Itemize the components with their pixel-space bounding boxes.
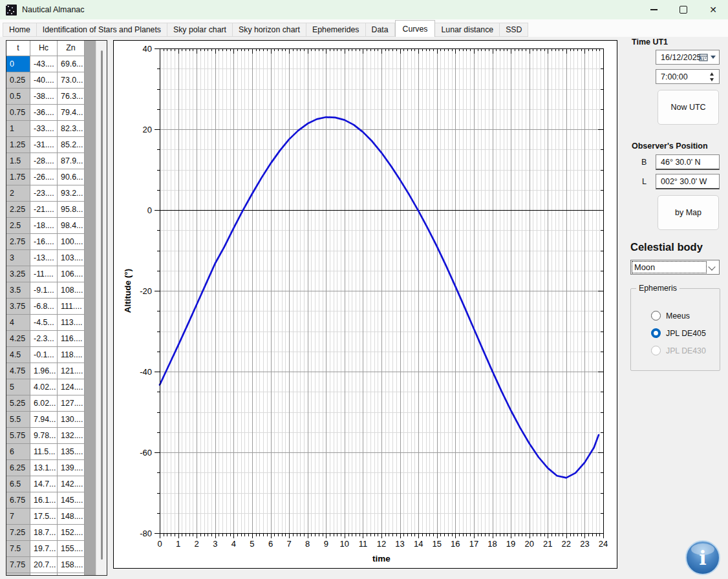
table-cell[interactable]: 5.25 [6,395,30,412]
table-cell[interactable]: 6.5 [6,476,30,492]
table-cell[interactable]: 2.75 [6,234,30,250]
table-cell[interactable] [6,573,30,576]
table-cell[interactable]: -36.... [30,105,58,121]
table-cell[interactable]: 4.75 [6,363,30,379]
table-cell[interactable]: 7 [6,509,30,525]
table-cell[interactable]: -28.... [30,153,58,169]
table-cell[interactable]: 69.6... [58,56,85,72]
table-cell[interactable]: 1 [6,121,30,137]
table-cell[interactable]: 2.25 [6,202,30,218]
table-cell[interactable]: 82.3... [58,121,85,137]
table-cell[interactable]: 130.... [58,412,85,428]
table-cell[interactable]: 142.... [58,476,85,492]
tab-sky-polar-chart[interactable]: Sky polar chart [167,23,233,37]
table-cell[interactable]: 1.96... [30,363,58,379]
table-cell[interactable]: 6.25 [6,460,30,476]
tab-sky-horizon-chart[interactable]: Sky horizon chart [233,23,306,37]
tab-home[interactable]: Home [3,23,37,37]
latitude-field[interactable]: 46° 30.0' N [656,154,720,170]
table-cell[interactable]: 111.... [58,299,85,315]
tab-ssd[interactable]: SSD [500,23,528,37]
table-cell[interactable]: 7.94... [30,412,58,428]
table-cell[interactable]: -2.3... [30,331,58,347]
table-cell[interactable]: 127.... [58,395,85,412]
table-cell[interactable]: 4.5 [6,347,30,363]
date-picker-controls[interactable] [699,53,716,61]
table-cell[interactable]: -0.1... [30,347,58,363]
table-cell[interactable]: 7.25 [6,525,30,541]
radio-option-jpl-de405[interactable]: JPL DE405 [651,328,706,338]
table-cell[interactable]: 116.... [58,331,85,347]
time-spinner[interactable]: 7:00:00 [656,69,720,84]
table-cell[interactable]: 3 [6,250,30,266]
radio-icon[interactable] [651,311,661,321]
table-cell[interactable]: -11.... [30,266,58,282]
table-cell[interactable]: 2.5 [6,218,30,234]
radio-icon[interactable] [651,328,661,338]
date-picker[interactable]: 16/12/2025 [656,50,720,65]
table-cell[interactable]: 11.5... [30,444,58,460]
table-cell[interactable]: -43.... [30,56,58,72]
table-cell[interactable]: 0 [6,56,30,72]
tab-curves[interactable]: Curves [395,20,436,37]
table-cell[interactable]: 73.0... [58,72,85,89]
spin-up-icon[interactable] [710,72,714,76]
table-cell[interactable]: 0.75 [6,105,30,121]
table-cell[interactable]: 6 [6,444,30,460]
table-cell[interactable]: 103.... [58,250,85,266]
table-cell[interactable]: 16.1... [30,492,58,509]
table-cell[interactable]: 9.78... [30,428,58,444]
info-button[interactable]: i [685,540,720,575]
table-cell[interactable]: 20.7... [30,557,58,573]
table-cell[interactable]: 5 [6,379,30,395]
table-cell[interactable]: 7.5 [6,541,30,557]
tab-identification-of-stars-and-planets[interactable]: Identification of Stars and Planets [37,23,167,37]
tab-ephemerides[interactable]: Ephemerides [306,23,365,37]
radio-option-meeus[interactable]: Meeus [651,311,690,321]
table-cell[interactable]: 6.75 [6,492,30,509]
table-cell[interactable]: 79.4... [58,105,85,121]
table-cell[interactable]: -13.... [30,250,58,266]
table-cell[interactable]: 4 [6,315,30,331]
table-scrollbar[interactable] [96,41,107,575]
table-cell[interactable]: 5.5 [6,412,30,428]
table-cell[interactable]: -26.... [30,169,58,185]
column-header-t[interactable]: t [6,41,30,56]
table-cell[interactable]: 85.2... [58,137,85,153]
table-cell[interactable]: 3.75 [6,299,30,315]
table-cell[interactable]: 18.7... [30,525,58,541]
maximize-button[interactable] [669,0,698,19]
table-cell[interactable]: 93.2... [58,185,85,202]
table-cell[interactable]: -40.... [30,72,58,89]
table-cell[interactable]: 139.... [58,460,85,476]
tab-lunar-distance[interactable]: Lunar distance [435,23,500,37]
column-header-zn[interactable]: Zn [58,41,85,56]
table-cell[interactable]: 87.9... [58,153,85,169]
table-cell[interactable]: 2 [6,185,30,202]
table-cell[interactable]: 17.5... [30,509,58,525]
table-cell[interactable]: 7.75 [6,557,30,573]
table-cell[interactable]: -21.... [30,202,58,218]
minimize-button[interactable] [639,0,669,19]
table-cell[interactable]: -16.... [30,234,58,250]
table-cell[interactable]: -31.... [30,137,58,153]
tab-data[interactable]: Data [366,23,395,37]
table-cell[interactable]: 121.... [58,363,85,379]
table-cell[interactable]: -9.1... [30,282,58,299]
table-cell[interactable]: -4.5... [30,315,58,331]
spin-down-icon[interactable] [710,78,714,81]
table-cell[interactable]: 145.... [58,492,85,509]
table-cell[interactable]: 19.7... [30,541,58,557]
by-map-button[interactable]: by Map [658,195,719,230]
table-cell[interactable]: 3.5 [6,282,30,299]
table-cell[interactable]: 1.25 [6,137,30,153]
table-cell[interactable]: 3.25 [6,266,30,282]
table-cell[interactable]: -23.... [30,185,58,202]
table-cell[interactable]: 76.3... [58,89,85,105]
table-cell[interactable]: 108.... [58,282,85,299]
table-cell[interactable]: -6.8... [30,299,58,315]
table-cell[interactable]: 6.02... [30,395,58,412]
table-cell[interactable]: 158.... [58,557,85,573]
table-cell[interactable]: 155.... [58,541,85,557]
table-cell[interactable]: 132.... [58,428,85,444]
